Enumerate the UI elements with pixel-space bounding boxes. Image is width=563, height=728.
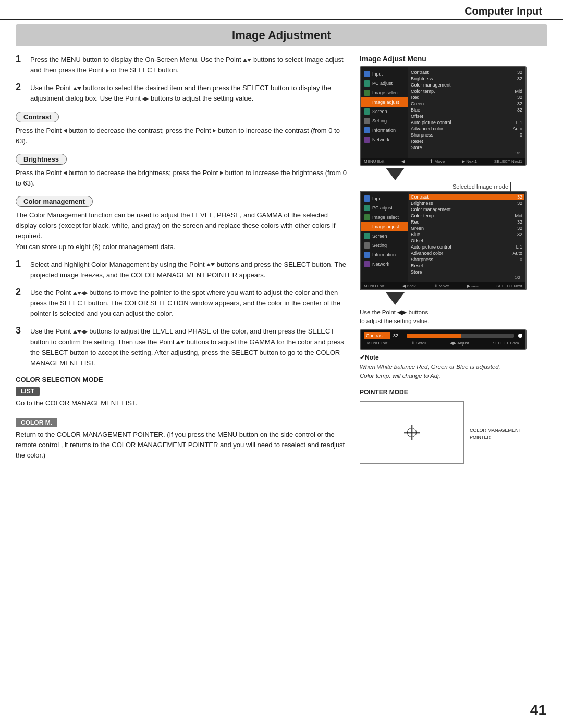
image-adjust-menu-title: Image Adjust Menu [360, 55, 547, 63]
menu-row-offset: Offset [411, 113, 522, 119]
menu-item-imageadjust: Image adjust [361, 97, 408, 107]
color-step-2: 2 Use the Point buttons to move the poin… [16, 288, 347, 319]
menu-left-sidebar-2: Input PC adjust Image select Image adjus… [361, 192, 408, 282]
contrast-section: Contrast Press the Point button to decre… [16, 112, 347, 146]
color-selection-mode-title: COLOR SELECTION MODE [16, 376, 347, 384]
menu-row-contrast-2: Contrast32 [409, 194, 524, 200]
menu-row-autopicture: Auto picture controlL 1 [411, 119, 522, 126]
step-1-text: Press the MENU button to display the On-… [30, 55, 347, 76]
menu-item-imageadjust-2: Image adjust [361, 222, 408, 231]
progress-row: Contrast 32 [364, 332, 522, 339]
pcadjust-icon [364, 80, 370, 87]
arrow-down-2 [360, 292, 547, 305]
menu-item-setting-2: Setting [361, 241, 408, 250]
page-header: Computer Input [0, 0, 563, 20]
menu-row-autopicture-2: Auto picture controlL 1 [411, 244, 522, 250]
color-selection-mode-section: COLOR SELECTION MODE LIST Go to the COLO… [16, 376, 347, 461]
screen-icon [364, 108, 370, 115]
contrast-desc: Press the Point button to decrease the c… [16, 126, 347, 146]
network-icon-2 [364, 261, 370, 267]
menu-row-store: Store [411, 144, 522, 151]
step-1-number: 1 [16, 54, 26, 65]
menu-item-setting: Setting [361, 116, 408, 126]
color-m-desc: Return to the COLOR MANAGEMENT POINTER. … [16, 429, 347, 461]
menu-row-offset-2: Offset [411, 238, 522, 244]
pointer-mode-section: POINTER MODE COLOR MANAGEMENTPOINTER [360, 389, 547, 464]
arrow-shape-1 [386, 168, 405, 180]
color-step-1-text: Select and highlight Color Management by… [30, 260, 347, 280]
setting-icon [364, 118, 370, 124]
progress-value: 32 [393, 333, 403, 338]
menu-row-colortemp-2: Color temp.Mid [411, 213, 522, 219]
left-column: 1 Press the MENU button to display the O… [16, 55, 347, 468]
menu-row-contrast: Contrast32 [411, 69, 522, 76]
selected-image-mode-label: Selected Image mode [360, 182, 547, 190]
menu-right-panel-1: Contrast32 Brightness32 Color management… [408, 67, 525, 158]
progress-bar-inner [407, 334, 461, 338]
pointer-line [437, 433, 463, 433]
input-icon [364, 71, 370, 77]
menu-item-pcadjust-2: PC adjust [361, 203, 408, 213]
page-number: 41 [530, 702, 546, 719]
menu-row-red-2: Red32 [411, 219, 522, 225]
input-icon-2 [364, 195, 370, 202]
list-button[interactable]: LIST [16, 387, 40, 396]
mode-line [510, 182, 511, 192]
brightness-section: Brightness Press the Point button to dec… [16, 154, 347, 189]
menu-row-colormanagement-2: Color management [411, 206, 522, 213]
arrow-shape-2 [386, 292, 405, 305]
pointer-mode-box-container: COLOR MANAGEMENTPOINTER [360, 401, 464, 464]
menu-row-red: Red32 [411, 94, 522, 101]
menu-row-green: Green32 [411, 101, 522, 107]
information-icon [364, 127, 370, 133]
step-2-text: Use the Point buttons to select the desi… [30, 83, 347, 104]
pcadjust-icon-2 [364, 205, 370, 211]
progress-bar-outer [407, 334, 514, 338]
color-step-2-number: 2 [16, 287, 26, 298]
menu-row-green-2: Green32 [411, 225, 522, 231]
menu-item-input-2: Input [361, 194, 408, 203]
screen-icon-2 [364, 233, 370, 239]
step-2: 2 Use the Point buttons to select the de… [16, 83, 347, 104]
imageadjust-icon-2 [364, 224, 370, 230]
color-management-label: Color management [16, 196, 93, 207]
menu-item-information: Information [361, 126, 408, 135]
network-icon [364, 137, 370, 143]
page-indicator-1: 1/2 [411, 151, 522, 156]
menu-item-pcadjust: PC adjust [361, 79, 408, 88]
pointer-mode-title: POINTER MODE [360, 389, 547, 398]
color-m-button[interactable]: COLOR M. [16, 418, 57, 427]
page-indicator-2: 1/2 [411, 275, 522, 280]
menu-row-advancedcolor: Advanced colorAuto [411, 126, 522, 132]
menu-screenshot-1: Input PC adjust Image select Image adjus… [360, 66, 527, 166]
menu-item-input: Input [361, 69, 408, 79]
menu-item-network-2: Network [361, 260, 408, 269]
section-title: Image Adjustment [16, 24, 547, 46]
progress-bar-dot [518, 334, 522, 338]
menu-row-blue: Blue32 [411, 107, 522, 113]
menu-row-sharpness-2: Sharpness0 [411, 256, 522, 263]
menu-row-advancedcolor-2: Advanced colorAuto [411, 250, 522, 256]
menu-row-reset: Reset [411, 138, 522, 144]
main-content: 1 Press the MENU button to display the O… [0, 46, 563, 479]
progress-label: Contrast [364, 332, 390, 339]
right-column: Image Adjust Menu Input PC adjust [360, 55, 547, 468]
menu-right-panel-2: Contrast32 Brightness32 Color management… [408, 192, 525, 282]
color-step-3: 3 Use the Point buttons to adjust the LE… [16, 326, 347, 368]
menu-item-network: Network [361, 135, 408, 144]
progress-screenshot: Contrast 32 MENU Exit ⬆ Scroll ◀▶ Adjust… [360, 329, 527, 350]
menu-item-screen: Screen [361, 107, 408, 116]
pointer-mode-box [360, 401, 464, 464]
color-step-2-text: Use the Point buttons to move the pointe… [30, 288, 347, 319]
menu-item-screen-2: Screen [361, 231, 408, 241]
selected-image-mode-container: Selected Image mode [360, 182, 547, 190]
menu-row-brightness: Brightness32 [411, 76, 522, 82]
crosshair [404, 425, 420, 440]
menu-item-imageselect: Image select [361, 88, 408, 97]
menu-item-information-2: Information [361, 250, 408, 260]
color-management-desc: The Color Management function can be use… [16, 210, 347, 252]
imageselect-icon [364, 90, 370, 96]
note-section: ✔Note When White balance Red, Green or B… [360, 354, 547, 381]
menu-row-brightness-2: Brightness32 [411, 200, 522, 206]
setting-icon-2 [364, 242, 370, 249]
